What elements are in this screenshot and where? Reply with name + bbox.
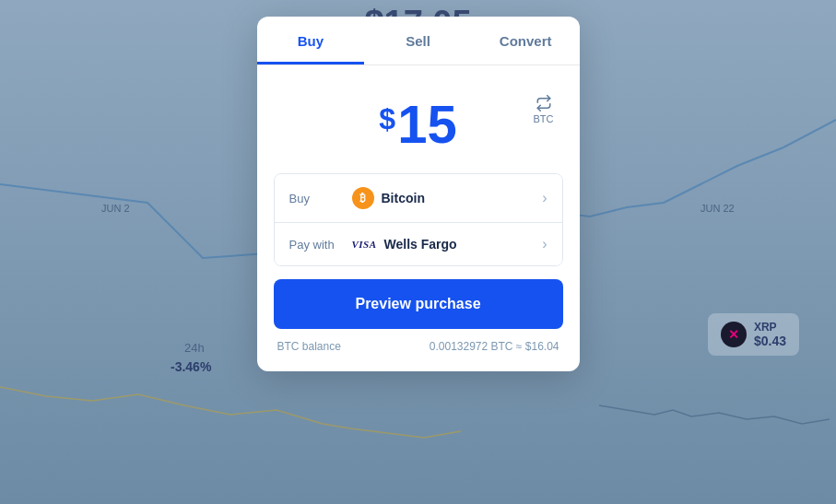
pay-row-chevron: › — [542, 236, 547, 252]
pay-row-left: Pay with VISA Wells Fargo — [289, 237, 457, 252]
dollar-sign: $ — [379, 102, 395, 136]
amount-display: $ 15 — [379, 93, 456, 155]
amount-value: 15 — [397, 93, 457, 155]
tab-convert[interactable]: Convert — [472, 17, 580, 64]
visa-logo: VISA — [352, 239, 377, 250]
pay-method-name: Wells Fargo — [384, 237, 457, 252]
buy-row-chevron: › — [542, 190, 547, 206]
modal-overlay: Buy Sell Convert $ 15 BTC — [0, 0, 836, 504]
balance-value: 0.00132972 BTC ≈ $16.04 — [430, 340, 559, 353]
buy-value: ₿ Bitcoin — [352, 187, 425, 209]
order-details-panel: Buy ₿ Bitcoin › Pay with VISA Wells Farg… — [274, 173, 563, 266]
bitcoin-icon: ₿ — [352, 187, 374, 209]
buy-asset-name: Bitcoin — [382, 191, 425, 205]
currency-toggle-button[interactable]: BTC — [534, 95, 554, 124]
tab-buy[interactable]: Buy — [257, 17, 365, 64]
buy-label: Buy — [289, 192, 343, 205]
tab-sell[interactable]: Sell — [364, 17, 472, 64]
pay-label: Pay with — [289, 238, 343, 252]
trade-modal: Buy Sell Convert $ 15 BTC — [257, 17, 580, 371]
amount-section: $ 15 BTC — [257, 65, 580, 173]
tab-bar: Buy Sell Convert — [257, 17, 580, 65]
balance-row: BTC balance 0.00132972 BTC ≈ $16.04 — [257, 329, 580, 353]
pay-with-row[interactable]: Pay with VISA Wells Fargo › — [275, 223, 562, 265]
currency-toggle-label: BTC — [534, 113, 554, 124]
preview-purchase-button[interactable]: Preview purchase — [274, 279, 563, 329]
buy-row-left: Buy ₿ Bitcoin — [289, 187, 425, 209]
pay-value: VISA Wells Fargo — [352, 237, 457, 252]
balance-label: BTC balance — [277, 340, 341, 353]
buy-asset-row[interactable]: Buy ₿ Bitcoin › — [275, 174, 562, 223]
